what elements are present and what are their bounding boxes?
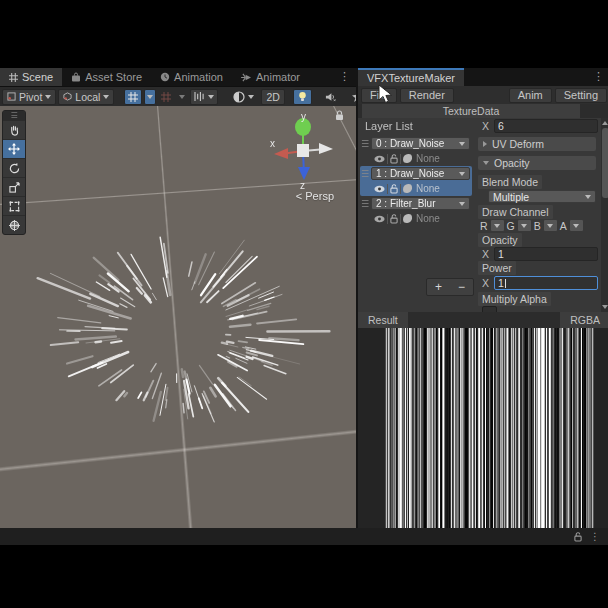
pivot-button[interactable]: Pivot xyxy=(2,89,56,105)
opacity-foldout[interactable]: Opacity xyxy=(478,156,596,170)
increment-snap-button[interactable] xyxy=(158,89,174,105)
layer-2-name: 2 : Filter_Blur xyxy=(376,198,435,209)
rect-tool[interactable] xyxy=(3,196,25,215)
statusbar-menu-icon[interactable]: ⋮ xyxy=(590,531,600,542)
tab-vfxtexturemaker[interactable]: VFXTextureMaker xyxy=(358,68,464,86)
scale-tool[interactable] xyxy=(3,177,25,196)
audio-toggle-button[interactable] xyxy=(320,89,341,105)
draw-channel-label: Draw Channel xyxy=(478,205,553,219)
power-label: Power xyxy=(478,261,516,275)
scene-lock-icon[interactable] xyxy=(335,110,344,121)
opacity-label-row: Opacity xyxy=(474,233,600,247)
scene-viewport[interactable]: y x z < Persp ☰ xyxy=(0,106,356,528)
transform-icon xyxy=(9,220,20,231)
clock-icon xyxy=(160,72,170,82)
grid-icon xyxy=(9,73,18,82)
layer-1-dropdown[interactable]: 1 : Draw_Noise xyxy=(371,167,470,180)
drag-handle-icon[interactable]: ☰ xyxy=(361,139,369,149)
power-field-input[interactable]: 1 xyxy=(494,276,598,290)
grid-snap-dropdown[interactable] xyxy=(144,89,156,105)
lightbulb-icon xyxy=(298,91,307,102)
rgba-mode-button[interactable]: RGBA xyxy=(560,312,608,328)
gizmo-center-cube[interactable] xyxy=(297,144,309,157)
uv-deform-foldout[interactable]: UV Deform xyxy=(478,137,596,151)
axis-x-cone[interactable] xyxy=(274,148,288,159)
channel-a-dropdown[interactable] xyxy=(569,219,584,232)
layer-row-2[interactable]: ☰ 2 : Filter_Blur None xyxy=(360,196,472,226)
tab-asset-store[interactable]: Asset Store xyxy=(62,68,151,86)
drag-handle-icon[interactable]: ☰ xyxy=(361,199,369,209)
texture-thumb-icon[interactable] xyxy=(403,184,412,193)
2d-toggle-button[interactable]: 2D xyxy=(261,89,284,105)
tools-overlay-handle[interactable]: ☰ xyxy=(3,111,25,120)
local-button[interactable]: Local xyxy=(58,89,114,105)
scene-tab-menu-icon[interactable]: ⋮ xyxy=(339,70,350,83)
2d-label: 2D xyxy=(266,91,279,103)
scroll-up-icon[interactable] xyxy=(602,121,608,125)
result-label: Result xyxy=(358,312,408,328)
persp-label[interactable]: < Persp xyxy=(296,190,334,202)
layer-2-map[interactable]: None xyxy=(416,213,440,224)
channel-g-dropdown[interactable] xyxy=(517,219,532,232)
opacity-label: Opacity xyxy=(478,233,522,247)
statusbar-lock-icon[interactable] xyxy=(574,532,582,542)
visibility-eye-icon[interactable] xyxy=(374,215,385,223)
scroll-down-icon[interactable] xyxy=(602,305,608,309)
channel-r-label: R xyxy=(480,220,488,232)
anim-button[interactable]: Anim xyxy=(509,88,552,103)
add-layer-button[interactable]: + xyxy=(435,282,442,292)
opacity-field-input[interactable]: 1 xyxy=(494,247,598,261)
setting-button[interactable]: Setting xyxy=(555,88,607,103)
lock-open-icon[interactable] xyxy=(390,154,398,164)
scene-toolbar: Pivot Local 2D xyxy=(0,86,356,106)
channel-b-dropdown[interactable] xyxy=(543,219,558,232)
layer-row-1[interactable]: ☰ 1 : Draw_Noise None xyxy=(360,166,472,196)
rotate-tool[interactable] xyxy=(3,158,25,177)
transform-tool[interactable] xyxy=(3,215,25,234)
dropdown-arrow-icon xyxy=(459,172,465,176)
layer-0-map[interactable]: None xyxy=(416,153,440,164)
layer-2-dropdown[interactable]: 2 : Filter_Blur xyxy=(371,197,470,210)
increment-snap-dropdown[interactable] xyxy=(176,89,188,105)
orientation-gizmo[interactable]: y x z xyxy=(264,112,342,190)
layer-1-map[interactable]: None xyxy=(416,183,440,194)
speaker-icon xyxy=(325,92,336,102)
properties-scrollbar[interactable] xyxy=(601,118,608,312)
tab-animation[interactable]: Animation xyxy=(151,68,232,86)
axis-back-cone[interactable] xyxy=(319,143,333,154)
multiply-alpha-label: Multiply Alpha xyxy=(478,292,551,306)
texture-thumb-icon[interactable] xyxy=(403,154,412,163)
snap-settings-button[interactable] xyxy=(190,89,218,105)
mouse-cursor xyxy=(378,84,393,105)
result-bar: Result RGBA xyxy=(358,312,608,328)
texture-thumb-icon[interactable] xyxy=(403,214,412,223)
render-button[interactable]: Render xyxy=(400,88,454,103)
axis-x-label: x xyxy=(270,138,275,149)
scrollbar-thumb[interactable] xyxy=(602,128,608,198)
move-tool[interactable] xyxy=(3,139,25,158)
status-bar: ⋮ xyxy=(0,528,608,545)
tab-scene[interactable]: Scene xyxy=(0,68,62,86)
lock-open-icon[interactable] xyxy=(390,214,398,224)
layer-add-remove: + − xyxy=(426,278,474,296)
grid-snap-button[interactable] xyxy=(124,89,142,105)
tab-animator[interactable]: Animator xyxy=(232,68,309,86)
tab-asset-store-label: Asset Store xyxy=(85,71,142,83)
blend-mode-dropdown[interactable]: Multiple xyxy=(488,190,596,203)
pivot-icon xyxy=(7,92,16,101)
remove-layer-button[interactable]: − xyxy=(458,282,465,292)
lighting-toggle-button[interactable] xyxy=(293,89,312,105)
hand-tool[interactable] xyxy=(3,120,25,139)
lock-open-icon[interactable] xyxy=(390,184,398,194)
shading-mode-button[interactable] xyxy=(228,89,259,105)
axis-z-cone[interactable] xyxy=(298,167,310,180)
hand-icon xyxy=(9,125,20,136)
visibility-eye-icon[interactable] xyxy=(374,155,385,163)
layer-row-0[interactable]: ☰ 0 : Draw_Noise None xyxy=(360,136,472,166)
channel-r-dropdown[interactable] xyxy=(490,219,505,232)
vfx-tab-menu-icon[interactable]: ⋮ xyxy=(593,70,604,83)
visibility-eye-icon[interactable] xyxy=(374,185,385,193)
count-field-input[interactable]: 6 xyxy=(494,119,598,133)
drag-handle-icon[interactable]: ☰ xyxy=(361,169,369,179)
layer-0-dropdown[interactable]: 0 : Draw_Noise xyxy=(371,137,470,150)
